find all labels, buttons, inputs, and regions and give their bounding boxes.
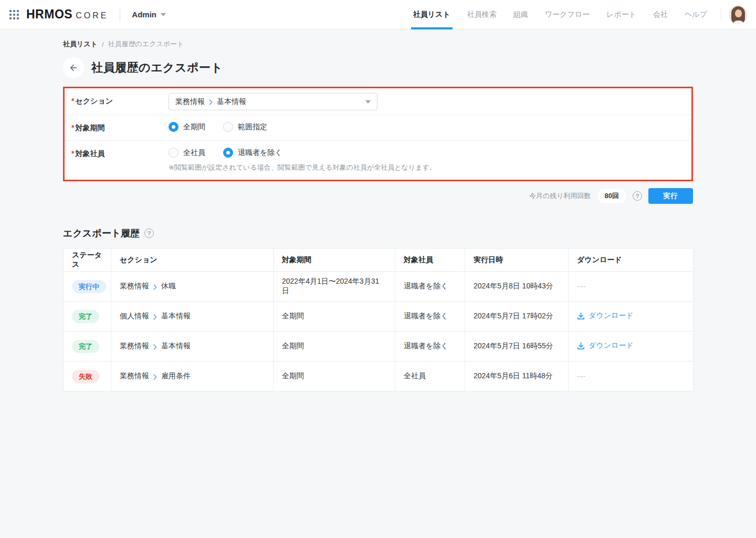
page-title: 社員履歴のエクスポート — [91, 60, 223, 76]
chevron-right-icon — [209, 99, 213, 105]
logo[interactable]: HRMOS CORE — [26, 7, 108, 22]
nav-employee-list[interactable]: 社員リスト — [405, 0, 459, 29]
chevron-right-icon — [153, 284, 157, 290]
export-settings-form: *セクション 業務情報 基本情報 *対象期間 全期間 — [63, 87, 693, 181]
period-label: *対象期間 — [71, 115, 169, 133]
user-avatar[interactable] — [729, 5, 748, 24]
section-cell: 業務情報 基本情報 — [120, 342, 265, 351]
role-label: Admin — [132, 10, 156, 19]
app-grid-icon[interactable] — [9, 10, 19, 19]
chevron-down-icon — [161, 13, 166, 16]
status-badge: 実行中 — [72, 280, 106, 293]
table-header-row: ステータス セクション 対象期間 対象社員 実行日時 ダウンロード — [64, 249, 694, 272]
radio-all-period[interactable]: 全期間 — [169, 122, 205, 132]
section-cell: 業務情報 雇用条件 — [120, 371, 265, 381]
back-button[interactable] — [63, 57, 84, 78]
radio-label: 全期間 — [183, 122, 205, 132]
col-target: 対象社員 — [395, 249, 465, 272]
avatar-face — [735, 9, 742, 17]
period-cell: 全期間 — [274, 332, 395, 361]
history-title: エクスポート履歴 — [63, 227, 140, 240]
chevron-right-icon — [153, 314, 157, 320]
target-cell: 退職者を除く — [395, 332, 465, 361]
period-radio-group: 全期間 範囲指定 — [169, 122, 267, 132]
col-section: セクション — [111, 249, 274, 272]
chevron-down-icon — [365, 100, 371, 104]
radio-label: 範囲指定 — [238, 122, 267, 132]
main-content: 社員リスト / 社員履歴のエクスポート 社員履歴のエクスポート *セクション 業… — [0, 29, 756, 391]
period-cell: 2022年4月1日〜2024年3月31日 — [274, 272, 395, 302]
col-download: ダウンロード — [569, 249, 694, 272]
radio-dot — [223, 122, 233, 132]
chevron-right-icon — [153, 374, 157, 380]
header-divider — [721, 8, 721, 21]
breadcrumb: 社員リスト / 社員履歴のエクスポート — [63, 29, 693, 49]
avatar-shirt — [733, 20, 743, 24]
role-switcher[interactable]: Admin — [132, 10, 166, 19]
col-executed-at: 実行日時 — [465, 249, 569, 272]
breadcrumb-parent[interactable]: 社員リスト — [63, 39, 98, 49]
remaining-usage-badge: 80回 — [597, 189, 626, 203]
question-circle-icon[interactable]: ? — [633, 191, 642, 201]
section-label: *セクション — [71, 88, 169, 106]
col-status: ステータス — [64, 249, 111, 272]
section-select-item: 基本情報 — [217, 97, 246, 107]
header-divider — [120, 8, 120, 22]
target-radio-group: 全社員 退職者を除く — [169, 148, 436, 158]
download-link[interactable]: ダウンロード — [577, 311, 634, 320]
period-cell: 全期間 — [274, 361, 395, 391]
arrow-left-icon — [69, 63, 78, 73]
question-circle-icon[interactable]: ? — [144, 229, 154, 238]
nav-help[interactable]: ヘルプ — [676, 0, 716, 29]
section-select-group: 業務情報 — [175, 97, 205, 107]
remaining-usage-label: 今月の残り利用回数 — [529, 191, 591, 201]
download-placeholder: --- — [577, 282, 586, 291]
target-note: ※閲覧範囲が設定されている場合、閲覧範囲で見える対象の社員が全社員となります。 — [169, 163, 436, 172]
required-asterisk: * — [71, 97, 74, 105]
breadcrumb-separator: / — [102, 40, 104, 48]
table-row: 完了 個人情報 基本情報 全期間 退職者を除く 2024年5月7日 17時02分… — [64, 302, 694, 332]
required-asterisk: * — [71, 149, 74, 158]
target-cell: 全社員 — [395, 361, 465, 391]
nav-company[interactable]: 会社 — [645, 0, 676, 29]
nav-workflow[interactable]: ワークフロー — [537, 0, 598, 29]
target-options: 全社員 退職者を除く ※閲覧範囲が設定されている場合、閲覧範囲で見える対象の社員… — [169, 141, 436, 172]
radio-dot — [169, 122, 178, 132]
executed-at-cell: 2024年5月7日 16時55分 — [465, 332, 569, 361]
download-icon — [577, 312, 585, 320]
period-cell: 全期間 — [274, 302, 395, 332]
radio-all-employees[interactable]: 全社員 — [169, 148, 205, 158]
executed-at-cell: 2024年5月8日 10時43分 — [465, 272, 569, 302]
table-row: 失敗 業務情報 雇用条件 全期間 全社員 2024年5月6日 11時48分 --… — [64, 361, 694, 391]
section-select[interactable]: 業務情報 基本情報 — [169, 93, 377, 110]
form-row-target: *対象社員 全社員 退職者を除く ※閲覧範囲が設定されている場合、閲覧範囲で見え… — [65, 141, 691, 180]
chevron-right-icon — [153, 344, 157, 350]
breadcrumb-current: 社員履歴のエクスポート — [108, 39, 184, 49]
form-row-section: *セクション 業務情報 基本情報 — [65, 88, 691, 115]
page-header: 社員履歴のエクスポート — [63, 57, 693, 78]
main-nav: 社員リスト 社員検索 組織 ワークフロー レポート 会社 ヘルプ — [405, 0, 716, 29]
logo-brand: HRMOS — [26, 7, 72, 22]
target-cell: 退職者を除く — [395, 302, 465, 332]
section-cell: 業務情報 休職 — [120, 282, 265, 291]
nav-report[interactable]: レポート — [598, 0, 645, 29]
radio-label: 全社員 — [183, 148, 205, 158]
download-link[interactable]: ダウンロード — [577, 341, 634, 350]
radio-dot — [169, 148, 178, 158]
section-cell: 個人情報 基本情報 — [120, 312, 265, 321]
target-label: *対象社員 — [71, 141, 169, 159]
status-badge: 失敗 — [72, 370, 99, 383]
radio-range-period[interactable]: 範囲指定 — [223, 122, 267, 132]
col-period: 対象期間 — [274, 249, 395, 272]
status-badge: 完了 — [72, 310, 99, 323]
actions-row: 今月の残り利用回数 80回 ? 実行 — [63, 188, 693, 204]
top-navigation-bar: HRMOS CORE Admin 社員リスト 社員検索 組織 ワークフロー レポ… — [0, 0, 756, 29]
logo-product: CORE — [76, 11, 108, 20]
nav-organization[interactable]: 組織 — [505, 0, 537, 29]
radio-exclude-retired[interactable]: 退職者を除く — [223, 148, 282, 158]
history-header: エクスポート履歴 ? — [63, 227, 693, 240]
table-row: 完了 業務情報 基本情報 全期間 退職者を除く 2024年5月7日 16時55分… — [64, 332, 694, 361]
execute-button[interactable]: 実行 — [648, 188, 693, 204]
download-icon — [577, 342, 585, 350]
nav-employee-search[interactable]: 社員検索 — [459, 0, 505, 29]
